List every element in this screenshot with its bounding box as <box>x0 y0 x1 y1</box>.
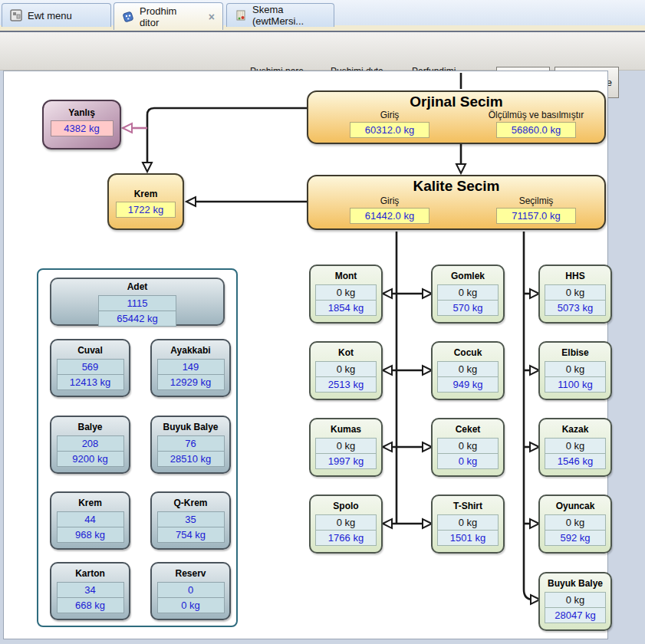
box-title: T-Shirt <box>433 501 503 511</box>
left-box-buyuk-balye: Buyuk Balye 76 28510 kg <box>150 416 231 474</box>
left-box-cuval: Cuval 569 12413 kg <box>50 339 130 397</box>
box-title: Buyuk Balye <box>540 578 610 589</box>
kg2-field: 1854 kg <box>315 300 377 316</box>
box-title: Ceket <box>433 424 503 435</box>
box-title: Mont <box>311 271 381 281</box>
left-box-ayakkabi: Ayakkabi 149 12929 kg <box>150 339 231 397</box>
count-field: 44 <box>57 511 124 527</box>
giris-label: Giriş <box>313 110 466 120</box>
olculmus-label: Ölçülmüş ve basılmıştır <box>459 110 613 120</box>
product-box-kazak: Kazak 0 kg 1546 kg <box>538 418 612 477</box>
count-field: 35 <box>157 511 225 527</box>
kg1-field: 0 kg <box>545 284 606 301</box>
prodhim-icon <box>122 11 134 23</box>
giris-value-field: 60312.0 kg <box>350 122 429 138</box>
kg2-field: 0 kg <box>437 453 499 469</box>
tab-prodhim-ditor[interactable]: Prodhim ditor × <box>114 2 223 30</box>
count-field: 34 <box>57 582 124 598</box>
left-box-karton: Karton 34 668 kg <box>50 562 130 620</box>
adet-weight-field: 65442 kg <box>98 310 176 327</box>
count-field: 149 <box>157 359 225 375</box>
kg1-field: 0 kg <box>545 592 606 608</box>
yanlis-value-field: 4382 kg <box>51 120 114 136</box>
kg1-field: 0 kg <box>315 361 377 377</box>
box-title: Kazak <box>540 424 610 435</box>
kalite-secim-box: Kalite Secim Giriş 61442.0 kg Seçilmiş 7… <box>307 175 606 230</box>
adet-title: Adet <box>51 281 223 292</box>
weight-field: 754 kg <box>157 527 225 543</box>
kg1-field: 0 kg <box>545 514 606 531</box>
product-box-gomlek: Gomlek 0 kg 570 kg <box>431 264 505 324</box>
product-box-mont: Mont 0 kg 1854 kg <box>309 264 383 324</box>
box-title: Cocuk <box>433 347 503 358</box>
product-box-buyuk-balye: Buyuk Balye 0 kg 28047 kg <box>538 572 612 631</box>
orjinal-secim-title: Orjinal Secim <box>308 94 604 110</box>
kg2-field: 1766 kg <box>315 530 377 546</box>
kg1-field: 0 kg <box>545 438 606 454</box>
kg2-field: 949 kg <box>437 376 499 393</box>
product-box-hhs: HHS 0 kg 5073 kg <box>538 264 612 324</box>
orjinal-secim-box: Orjinal Secim Giriş 60312.0 kg Ölçülmüş … <box>307 90 606 144</box>
kg2-field: 1501 kg <box>437 530 499 546</box>
kg1-field: 0 kg <box>315 514 377 531</box>
box-title: Karton <box>51 568 129 579</box>
app-window: { "tabs": [ {"label": "Ewt menu"}, {"lab… <box>0 0 645 644</box>
left-box-krem: Krem 44 968 kg <box>50 491 130 550</box>
weight-field: 0 kg <box>157 597 225 613</box>
secilmis-label: Seçilmiş <box>459 196 613 206</box>
box-title: Elbise <box>540 347 610 358</box>
count-field: 0 <box>157 582 225 598</box>
secilmis-value-field: 71157.0 kg <box>496 208 576 224</box>
box-title: Krem <box>51 498 129 508</box>
kg2-field: 5073 kg <box>545 300 606 316</box>
kg2-field: 2513 kg <box>315 376 377 393</box>
tab-close-icon[interactable]: × <box>209 12 215 22</box>
adet-box: Adet 1115 65442 kg <box>50 278 225 326</box>
adet-count-field: 1115 <box>98 295 176 311</box>
krem-box: Krem 1722 kg <box>107 173 184 230</box>
product-box-kot: Kot 0 kg 2513 kg <box>309 341 383 400</box>
kg1-field: 0 kg <box>315 438 377 454</box>
weight-field: 12413 kg <box>57 374 124 390</box>
box-title: Buyuk Balye <box>152 422 229 432</box>
product-box-oyuncak: Oyuncak 0 kg 592 kg <box>538 495 612 554</box>
left-box-balye: Balye 208 9200 kg <box>50 416 130 474</box>
krem-title: Krem <box>109 189 183 199</box>
kg2-field: 1997 kg <box>315 453 377 469</box>
count-field: 569 <box>57 359 124 375</box>
tab-label: Prodhim ditor <box>140 5 196 28</box>
tab-label: Skema (ewtMersi... <box>252 4 326 27</box>
product-box-spolo: Spolo 0 kg 1766 kg <box>309 495 383 554</box>
box-title: Kot <box>311 347 381 358</box>
product-box-cocuk: Cocuk 0 kg 949 kg <box>431 341 505 400</box>
box-title: Q-Krem <box>152 498 229 508</box>
kg2-field: 570 kg <box>437 300 499 316</box>
tab-ewt-menu[interactable]: Ewt menu <box>2 3 111 27</box>
tab-label: Ewt menu <box>28 10 72 21</box>
count-field: 76 <box>157 435 225 452</box>
yanlis-title: Yanlış <box>44 107 120 118</box>
weight-field: 668 kg <box>57 597 124 613</box>
weight-field: 12929 kg <box>157 374 225 390</box>
olculmus-value-field: 56860.0 kg <box>496 122 576 138</box>
window-icon <box>10 9 22 21</box>
giris-value-field: 61442.0 kg <box>350 208 429 224</box>
weight-field: 9200 kg <box>57 451 124 467</box>
weight-field: 28510 kg <box>157 451 225 467</box>
kg2-field: 1100 kg <box>545 376 606 393</box>
yanlis-box: Yanlış 4382 kg <box>42 100 121 150</box>
box-title: Reserv <box>152 568 229 579</box>
weight-field: 968 kg <box>57 527 124 543</box>
box-title: Cuval <box>51 345 129 356</box>
box-title: Gomlek <box>433 271 503 281</box>
toolbar: 24/03/2026 Refresh Import Pushimi pare P… <box>0 32 645 71</box>
tab-skema[interactable]: Skema (ewtMersi... <box>226 3 334 27</box>
left-box-q-krem: Q-Krem 35 754 kg <box>150 491 231 550</box>
box-title: HHS <box>540 271 610 281</box>
box-title: Ayakkabi <box>152 345 229 356</box>
giris-label: Giriş <box>313 196 466 206</box>
product-box-t-shirt: T-Shirt 0 kg 1501 kg <box>431 495 505 554</box>
kg2-field: 1546 kg <box>545 453 606 469</box>
kg2-field: 28047 kg <box>545 607 606 623</box>
kg1-field: 0 kg <box>437 284 499 301</box>
